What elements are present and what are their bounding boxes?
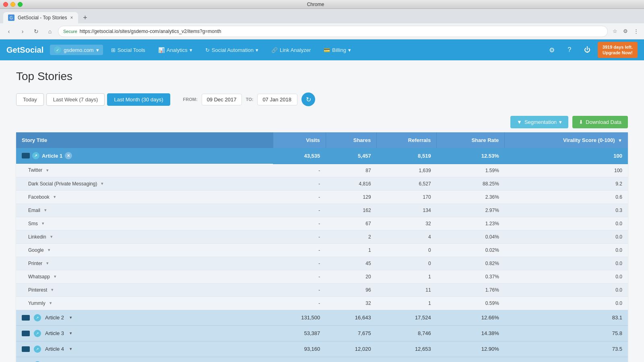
- article-virality: 75.8: [505, 325, 628, 341]
- data-table: Story Title Visits Shares Referrals Shar…: [16, 132, 628, 362]
- article-title-text: Article 4: [45, 346, 64, 352]
- sub-row-chevron-icon[interactable]: ▾: [46, 168, 49, 173]
- sub-row-dark-social-(private-messaging)[interactable]: Dark Social (Private Messaging) ▾ - 4,81…: [16, 177, 628, 190]
- sub-row-whatsapp[interactable]: Whatsapp ▾ - 20 1 0.37% 0.0: [16, 270, 628, 283]
- to-date[interactable]: 07 Jan 2018: [257, 94, 297, 105]
- sub-row-chevron-icon[interactable]: ▾: [54, 274, 56, 279]
- sub-row-facebook[interactable]: Facebook ▾ - 129 170 2.36% 0.6: [16, 190, 628, 204]
- sub-row-share-rate: 0.82%: [437, 257, 505, 270]
- menu-icon[interactable]: ⋮: [631, 27, 641, 36]
- today-btn[interactable]: Today: [16, 93, 44, 106]
- sub-row-printer[interactable]: Printer ▾ - 45 0 0.82% 0.0: [16, 257, 628, 270]
- article-1-close-icon[interactable]: ×: [65, 152, 72, 159]
- nav-link-analyzer-label: Link Analyzer: [280, 47, 311, 53]
- from-date[interactable]: 09 Dec 2017: [202, 94, 242, 105]
- close-window-btn[interactable]: [3, 2, 8, 7]
- article-share-rate: 12.69%: [437, 357, 505, 362]
- sub-row-visits: -: [273, 177, 326, 190]
- back-btn[interactable]: ‹: [3, 26, 14, 37]
- segmentation-btn[interactable]: ▼ Segmentation ▾: [510, 116, 568, 128]
- article-referrals: 12,653: [377, 341, 437, 357]
- url-bar[interactable]: Secure https://getsocial.io/sites/gsdemo…: [58, 26, 608, 37]
- sub-row-chevron-icon[interactable]: ▾: [50, 234, 53, 239]
- article-referrals: 8,746: [377, 325, 437, 341]
- sub-row-chevron-icon[interactable]: ▾: [50, 300, 52, 306]
- sub-row-chevron-icon[interactable]: ▾: [51, 287, 54, 292]
- th-shares: Shares: [326, 132, 376, 148]
- sub-row-chevron-icon[interactable]: ▾: [46, 261, 49, 266]
- sub-row-visits: -: [273, 283, 326, 296]
- sub-row-chevron-icon[interactable]: ▾: [44, 208, 47, 213]
- sub-row-share-rate: 1.76%: [437, 283, 505, 296]
- last-week-btn[interactable]: Last Week (7 days): [46, 93, 105, 106]
- article-row-1[interactable]: ↗ Article 1 × 43,535 5,457 8,519 12.53% …: [16, 148, 628, 164]
- reload-btn[interactable]: ↻: [31, 26, 42, 37]
- sub-row-sms[interactable]: Sms ▾ - 67 32 1.23% 0.0: [16, 217, 628, 230]
- link-analyzer-icon: 🔗: [271, 47, 278, 53]
- sub-row-google[interactable]: Google ▾ - 1 0 0.02% 0.0: [16, 243, 628, 257]
- chrome-tabbar: G GetSocial - Top Stories × +: [0, 9, 644, 23]
- billing-chevron-icon: ▾: [348, 47, 351, 53]
- last-month-btn[interactable]: Last Month (30 days): [107, 93, 170, 106]
- article-visits: 96,472: [273, 357, 326, 362]
- bookmark-icon[interactable]: ☆: [610, 27, 620, 36]
- article-chevron-icon[interactable]: ▾: [70, 331, 72, 336]
- sub-row-shares: 96: [326, 283, 376, 296]
- article-row-4[interactable]: ↗ Article 4 ▾ 93,160 12,020 12,653 12.90…: [16, 341, 628, 357]
- article-virality: 72.1: [505, 357, 628, 362]
- app-logo[interactable]: GetSocial: [6, 45, 43, 55]
- sub-row-name-text: Whatsapp: [28, 274, 50, 280]
- sub-row-chevron-icon[interactable]: ▾: [101, 181, 103, 186]
- sub-row-visits: -: [273, 296, 326, 310]
- nav-analytics[interactable]: 📊 Analytics ▾: [153, 45, 197, 56]
- nav-social-tools[interactable]: ⊞ Social Tools: [106, 45, 150, 56]
- nav-social-automation[interactable]: ↻ Social Automation ▾: [200, 45, 263, 56]
- address-bar: ‹ › ↻ ⌂ Secure https://getsocial.io/site…: [0, 23, 644, 39]
- active-tab[interactable]: G GetSocial - Top Stories ×: [3, 12, 78, 23]
- article-shares: 12,020: [326, 341, 376, 357]
- sub-row-name-text: Dark Social (Private Messaging): [28, 181, 97, 187]
- article-chevron-icon[interactable]: ▾: [70, 346, 72, 352]
- app-nav: GetSocial ✓ gsdemo.com ▾ ⊞ Social Tools …: [0, 39, 644, 60]
- maximize-window-btn[interactable]: [18, 2, 23, 7]
- sub-row-twitter[interactable]: Twitter ▾ - 87 1,639 1.59% 100: [16, 164, 628, 177]
- toolbar-actions: ☆ ⚙ ⋮: [610, 27, 641, 36]
- sub-row-shares: 129: [326, 190, 376, 204]
- home-btn[interactable]: ⌂: [44, 26, 56, 37]
- article-row-5[interactable]: ↗ Article 5 ▾ 96,472 12,239 12,578 12.69…: [16, 357, 628, 362]
- sub-row-pinterest[interactable]: Pinterest ▾ - 96 11 1.76% 0.0: [16, 283, 628, 296]
- download-btn[interactable]: ⬇ Download Data: [572, 116, 628, 128]
- sub-row-chevron-icon[interactable]: ▾: [42, 221, 44, 226]
- sub-row-visits: -: [273, 204, 326, 217]
- sub-row-email[interactable]: Email ▾ - 162 134 2.97% 0.3: [16, 204, 628, 217]
- sub-row-linkedin[interactable]: Linkedin ▾ - 2 4 0.04% 0.0: [16, 230, 628, 243]
- sub-row-share-rate: 0.02%: [437, 243, 505, 257]
- nav-billing[interactable]: 💳 Billing ▾: [319, 45, 356, 56]
- tab-close-btn[interactable]: ×: [70, 15, 73, 21]
- refresh-btn[interactable]: ↻: [301, 93, 315, 106]
- sub-row-share-rate: 2.36%: [437, 190, 505, 204]
- forward-btn[interactable]: ›: [17, 26, 28, 37]
- article-row-2[interactable]: ↗ Article 2 ▾ 131,500 16,643 17,524 12.6…: [16, 310, 628, 325]
- upgrade-btn[interactable]: 3919 days left. Upgrade Now!: [598, 42, 638, 58]
- sub-row-yummly[interactable]: Yummly ▾ - 32 1 0.59% 0.0: [16, 296, 628, 310]
- nav-link-analyzer[interactable]: 🔗 Link Analyzer: [266, 45, 316, 56]
- site-selector[interactable]: ✓ gsdemo.com ▾: [50, 45, 103, 55]
- new-tab-btn[interactable]: +: [80, 12, 91, 23]
- sub-row-referrals: 1,639: [377, 164, 437, 177]
- analytics-icon: 📊: [158, 47, 165, 53]
- settings-icon[interactable]: ⚙: [545, 43, 559, 57]
- article-shares: 7,675: [326, 325, 376, 341]
- power-icon[interactable]: ⏻: [580, 43, 594, 57]
- article-share-icon: ↗: [32, 152, 39, 159]
- sub-row-chevron-icon[interactable]: ▾: [48, 247, 50, 253]
- help-icon[interactable]: ?: [562, 43, 577, 57]
- sub-row-chevron-icon[interactable]: ▾: [54, 194, 56, 200]
- minimize-window-btn[interactable]: [10, 2, 15, 7]
- article-chevron-icon[interactable]: ▾: [70, 315, 72, 320]
- sort-icon[interactable]: ▼: [618, 138, 622, 143]
- sub-row-referrals: 0: [377, 257, 437, 270]
- extensions-icon[interactable]: ⚙: [621, 27, 630, 36]
- article-row-3[interactable]: ↗ Article 3 ▾ 53,387 7,675 8,746 14.38% …: [16, 325, 628, 341]
- sub-row-referrals: 6,527: [377, 177, 437, 190]
